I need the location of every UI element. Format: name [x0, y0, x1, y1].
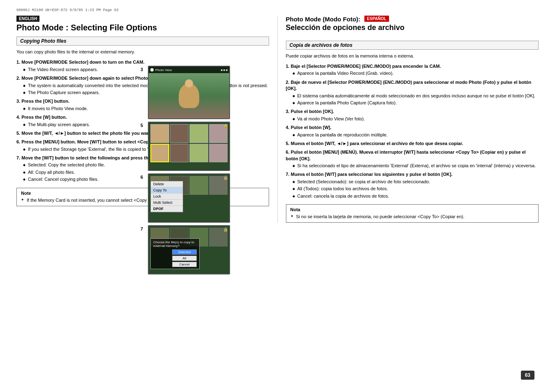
bullet-es-4-1: Aparece la pantalla de reproducción múlt… — [292, 132, 539, 138]
menu-copyto[interactable]: Copy To — [151, 187, 183, 194]
bullet-es-2-2: Aparece la pantalla Photo Capture (Captu… — [292, 100, 539, 106]
bullet-es-7-3: Cancel: cancela la copia de archivos de … — [292, 193, 539, 199]
note-item-es-1: Si no se inserta la tarjeta de memoria, … — [290, 214, 534, 220]
menu-dpof[interactable]: DPOF — [151, 206, 183, 212]
step-es-7: 7. Mueva el botón [W/T] para seleccionar… — [286, 171, 539, 199]
menu-delete[interactable]: Delete — [151, 181, 183, 187]
note-box-es: Nota Si no se inserta la tarjeta de memo… — [286, 204, 539, 223]
page-container: 00906J M2100 UK+ESP-072 9/8/05 1:23 PM P… — [0, 0, 555, 392]
thumb-6-4 — [209, 176, 228, 195]
screen-5-wrapper: 5 🔒 — [148, 122, 263, 171]
screen-5: 🔒 — [148, 122, 230, 171]
dialog-title: Choose the file(s) to copy to external m… — [153, 240, 197, 248]
copy-option-selected[interactable]: Selected — [172, 249, 197, 255]
screen-3-content — [149, 73, 229, 118]
screen-6: 🔒 Delete Copy To Lock Multi Select DPOF — [148, 173, 230, 223]
screens-area: 3 Photo View ■ ■ ■ 5 🔒 — [140, 66, 263, 277]
photo-mode-subtitle: Photo Mode (Modo Foto): — [286, 16, 361, 23]
page-number: 63 — [521, 371, 534, 380]
step-es-6: 6. Pulse el botón [MENU] (MENÚ). Mueva e… — [286, 149, 539, 169]
screen-6-wrapper: 6 🔒 Delete Copy To Lock Multi Select DPO… — [148, 173, 263, 223]
top-meta: 00906J M2100 UK+ESP-072 9/8/05 1:23 PM P… — [16, 8, 539, 12]
bullet-es-6-1: Si ha seleccionado el tipo de almacenami… — [292, 163, 539, 169]
bullet-es-1-1: Aparece la pantalla Video Record (Grab. … — [292, 70, 539, 76]
step-es-5: 5. Mueva el botón [W/T, ◄/►] para selecc… — [286, 141, 539, 147]
child-head — [185, 79, 193, 88]
step-es-1: 1. Baje el [Selector POWER/MODE] (ENC./M… — [286, 63, 539, 77]
thumb-1 — [150, 124, 169, 143]
thumb-7 — [189, 144, 208, 163]
lang-badge-en: ENGLISH — [16, 16, 269, 23]
screen-7-label: 7 — [140, 226, 143, 231]
screen-3-wrapper: 3 Photo View ■ ■ ■ — [148, 66, 263, 119]
thumb-6 — [170, 144, 189, 163]
thumb-5 — [150, 144, 169, 163]
title-block-es: Photo Mode (Modo Foto): ESPAÑOL Selecció… — [286, 16, 539, 37]
copy-dialog: Choose the file(s) to copy to external m… — [150, 238, 200, 269]
menu-overlay-6: Delete Copy To Lock Multi Select DPOF — [150, 181, 183, 212]
menu-lock[interactable]: Lock — [151, 194, 183, 200]
bullet-es-3-1: Va al modo Photo View (Ver foto). — [292, 116, 539, 122]
cam-icon-dot — [150, 68, 154, 71]
note-title-es: Nota — [290, 207, 534, 212]
thumb-7-4 — [209, 228, 228, 247]
step-es-3: 3. Pulse el botón [OK]. Va al modo Photo… — [286, 108, 539, 122]
copy-option-cancel[interactable]: Cancel — [172, 262, 197, 267]
screen-7-wrapper: 7 🔒 Choose the file(s) to copy to extern… — [148, 225, 263, 274]
steps-list-es: 1. Baje el [Selector POWER/MODE] (ENC./M… — [286, 63, 539, 199]
step-es-4: 4. Pulse el botón [W]. Aparece la pantal… — [286, 125, 539, 138]
screen-5-label: 5 — [140, 123, 143, 128]
section-heading-en: Copying Photo files — [16, 37, 269, 46]
page-title-es: Selección de opciones de archivo — [286, 23, 539, 32]
lock-icon-5: 🔒 — [223, 124, 228, 128]
section-intro-es: Puede copiar archivos de fotos en la mem… — [286, 53, 539, 59]
step-es-2: 2. Baje de nuevo el [Selector POWER/MODE… — [286, 79, 539, 106]
screen-7: 🔒 Choose the file(s) to copy to external… — [148, 225, 230, 274]
section-intro-en: You can copy photo files to the internal… — [16, 49, 269, 55]
screen-3: Photo View ■ ■ ■ — [148, 66, 230, 119]
child-silhouette — [179, 83, 199, 108]
bullet-es-7-1: Selected (Seleccionado): se copia el arc… — [292, 179, 539, 185]
screen-3-label-text: Photo View — [155, 68, 219, 72]
main-columns: ENGLISH Photo Mode : Selecting File Opti… — [16, 16, 539, 223]
page-title-en: Photo Mode : Selecting File Options — [16, 23, 269, 32]
thumb-2 — [170, 124, 189, 143]
screen-status: ■ ■ ■ — [221, 69, 228, 71]
menu-multiselect[interactable]: Multi Select — [151, 200, 183, 206]
bullet-es-2-1: El sistema cambia automáticamente al mod… — [292, 93, 539, 99]
col-right: Photo Mode (Modo Foto): ESPAÑOL Selecció… — [278, 16, 539, 223]
copy-option-all[interactable]: All — [172, 256, 197, 261]
screen-3-label: 3 — [140, 67, 143, 72]
right-title-area: Photo Mode (Modo Foto): ESPAÑOL Selecció… — [286, 16, 539, 37]
thumb-grid-5 — [149, 122, 229, 164]
lang-badge-es: ESPAÑOL — [364, 16, 389, 22]
bullet-es-7-2: All (Todos): copia todos los archivos de… — [292, 186, 539, 192]
screen-3-topbar: Photo View ■ ■ ■ — [149, 67, 229, 73]
screen-6-label: 6 — [140, 175, 143, 180]
thumb-3 — [189, 124, 208, 143]
section-heading-es: Copia de archivos de fotos — [286, 41, 539, 50]
thumb-8 — [209, 144, 228, 163]
copy-options: Selected All Cancel — [153, 249, 197, 267]
thumb-6-3 — [189, 176, 208, 195]
